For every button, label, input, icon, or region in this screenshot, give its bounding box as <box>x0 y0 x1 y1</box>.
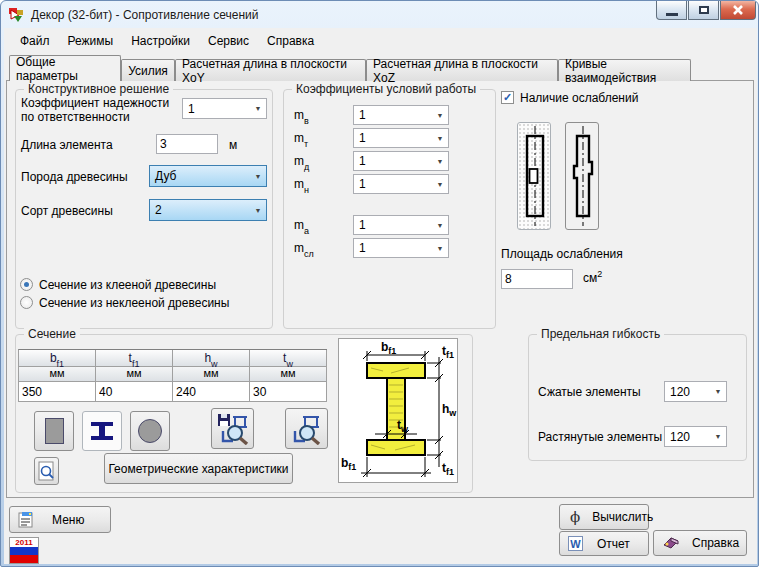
radio-glued-section[interactable] <box>20 278 33 291</box>
weakening-checkbox[interactable]: ✓ <box>501 91 514 104</box>
chevron-down-icon: ▼ <box>250 105 266 112</box>
section-diagram: bf1 tf1 hw tf1 bf1 tw <box>338 338 458 483</box>
tab-forces[interactable]: Усилия <box>121 59 175 81</box>
radio-glued-label: Сечение из клееной древесины <box>39 278 216 292</box>
tab-interaction-curves[interactable]: Кривые взаимодействия <box>558 59 691 81</box>
menu-help[interactable]: Справка <box>258 32 323 52</box>
report-button[interactable]: W Отчет <box>559 531 649 556</box>
shape-circle-button[interactable] <box>130 411 170 451</box>
chevron-down-icon: ▼ <box>432 245 448 252</box>
close-button[interactable] <box>720 1 756 20</box>
coef-mn-combo[interactable]: 1▼ <box>353 174 449 194</box>
section-dimensions-table: bf1 tf1 hw tw мм мм мм мм <box>18 349 327 402</box>
flag-year: 2011 <box>10 538 38 547</box>
tab-design-length-xoz[interactable]: Расчетная длина в плоскости XoZ <box>366 59 558 81</box>
chevron-down-icon: ▼ <box>710 388 726 395</box>
chevron-down-icon: ▼ <box>432 112 448 119</box>
calculate-button[interactable]: ϕ Вычислить <box>559 504 649 530</box>
weakening-area-unit: см2 <box>583 269 602 285</box>
coef-msl-combo[interactable]: 1▼ <box>353 238 449 258</box>
coef-md-label: mд <box>294 154 309 170</box>
coef-mn-label: mн <box>294 177 309 193</box>
chevron-down-icon: ▼ <box>432 181 448 188</box>
weakening-area-field[interactable] <box>501 269 573 289</box>
word-icon: W <box>568 536 583 551</box>
geometry-characteristics-button[interactable]: Геометрические характеристики <box>104 453 293 484</box>
shape-rectangle-button[interactable] <box>34 411 74 451</box>
coef-mt-label: mт <box>294 131 308 147</box>
coef-ma-combo[interactable]: 1▼ <box>353 215 449 235</box>
menu-service[interactable]: Сервис <box>199 32 258 52</box>
grade-combo[interactable]: 2 ▼ <box>149 199 267 221</box>
weakening-type-hole-button[interactable] <box>517 122 551 230</box>
menu-modes[interactable]: Режимы <box>59 32 123 52</box>
diagram-label-b-bottom: bf1 <box>341 456 356 472</box>
coef-md-combo[interactable]: 1▼ <box>353 151 449 171</box>
minimize-icon <box>666 13 678 16</box>
length-input[interactable] <box>156 134 218 154</box>
app-icon <box>8 7 24 23</box>
menu-settings[interactable]: Настройки <box>122 32 199 52</box>
menu-bar: Файл Режимы Настройки Сервис Справка <box>11 32 323 52</box>
species-label: Порода древесины <box>21 170 128 184</box>
maximize-icon <box>699 6 709 14</box>
shape-ibeam-button[interactable] <box>82 411 122 451</box>
rectangle-section-icon <box>45 418 64 444</box>
weakening-area-input[interactable] <box>501 269 573 289</box>
minimize-button[interactable] <box>656 1 687 20</box>
tab-general-parameters[interactable]: Общие параметры <box>9 55 121 81</box>
constructive-title: Конструктивное решение <box>24 82 173 96</box>
value-tf1-input[interactable] <box>96 382 172 401</box>
chevron-down-icon: ▼ <box>432 158 448 165</box>
save-section-view-button[interactable] <box>211 408 254 449</box>
ibeam-diagram-drawing: bf1 tf1 hw tf1 bf1 tw <box>339 339 457 482</box>
tension-combo[interactable]: 120▼ <box>664 426 727 447</box>
col-unit-hw: мм <box>173 367 250 382</box>
grade-label: Сорт древесины <box>21 204 113 218</box>
reliability-combo[interactable]: 1 ▼ <box>182 98 267 119</box>
weakening-type-notch-button[interactable] <box>565 122 599 230</box>
diagram-label-h-web: hw <box>442 402 457 418</box>
slenderness-title: Предельная гибкость <box>537 327 664 341</box>
radio-unglued-section[interactable] <box>20 296 33 309</box>
chevron-down-icon: ▼ <box>250 173 266 180</box>
diagram-label-t-bottom: tf1 <box>442 461 454 477</box>
tension-label: Растянутые элементы <box>538 430 662 444</box>
app-window: Декор (32-бит) - Сопротивление сечений Ф… <box>0 0 759 567</box>
weakening-checkbox-label: Наличие ослаблений <box>520 91 638 105</box>
col-header-tw: tw <box>250 350 327 367</box>
value-bf1-input[interactable] <box>19 382 95 401</box>
menu-button[interactable]: Меню <box>9 506 111 533</box>
coef-mv-combo[interactable]: 1▼ <box>353 105 449 125</box>
compressed-combo[interactable]: 120▼ <box>664 381 727 402</box>
value-tw-input[interactable] <box>250 382 326 401</box>
coef-mt-combo[interactable]: 1▼ <box>353 128 449 148</box>
coef-mv-label: mв <box>294 108 309 124</box>
coefficients-title: Коэффициенты условий работы <box>292 82 480 96</box>
diagram-label-b-top: bf1 <box>381 340 396 356</box>
window-title: Декор (32-бит) - Сопротивление сечений <box>31 8 258 22</box>
ibeam-section-icon <box>89 420 115 442</box>
value-hw-input[interactable] <box>173 382 249 401</box>
length-field[interactable] <box>156 134 218 154</box>
view-section-button[interactable] <box>285 408 328 449</box>
chevron-down-icon: ▼ <box>250 207 266 214</box>
col-header-tf1: tf1 <box>96 350 173 367</box>
tab-design-length-xoy[interactable]: Расчетная длина в плоскости XoY <box>175 59 366 81</box>
col-header-hw: hw <box>173 350 250 367</box>
coef-msl-label: mсл <box>294 241 314 257</box>
save-magnifier-icon <box>217 413 249 445</box>
help-button[interactable]: Справка <box>653 530 747 556</box>
book-icon <box>662 535 680 551</box>
menu-file[interactable]: Файл <box>11 32 59 52</box>
phi-icon: ϕ <box>570 508 580 526</box>
compressed-label: Сжатые элементы <box>538 385 641 399</box>
species-combo[interactable]: Дуб ▼ <box>149 165 267 187</box>
circle-section-icon <box>138 419 162 443</box>
page-magnifier-icon <box>38 461 55 481</box>
coef-ma-label: mа <box>294 218 309 234</box>
chevron-down-icon: ▼ <box>432 222 448 229</box>
print-preview-button[interactable] <box>34 457 59 485</box>
maximize-button[interactable] <box>688 1 719 20</box>
russia-flag-icon: 2011 <box>9 537 39 564</box>
